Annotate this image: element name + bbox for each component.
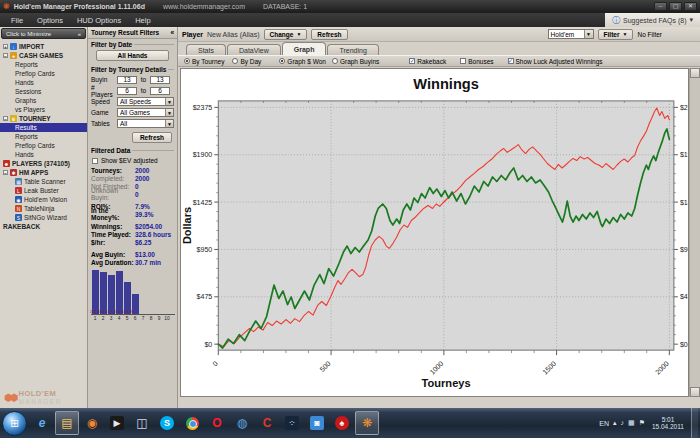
sidebar-item-label: Graphs — [15, 97, 36, 104]
sidebar-item-sitngo-wizard[interactable]: SSitNGo Wizard — [0, 213, 87, 222]
sidebar-item-tourney[interactable]: −♛TOURNEY — [0, 114, 87, 123]
action-center-flag-icon[interactable]: ⚑ — [639, 419, 645, 427]
teamviewer-monitor-icon[interactable]: ◫ — [130, 411, 154, 435]
expander-icon[interactable]: − — [3, 53, 8, 58]
start-button[interactable]: ⊞ — [2, 411, 27, 436]
minimize-button[interactable]: – — [654, 2, 667, 11]
skype-icon[interactable]: S — [155, 411, 179, 435]
language-indicator[interactable]: EN — [599, 420, 609, 427]
chrome-icon[interactable] — [180, 411, 204, 435]
maximize-button[interactable]: ▢ — [669, 2, 682, 11]
media-player-icon[interactable]: ▶ — [105, 411, 129, 435]
sidebar-item-tourney-hands[interactable]: Hands — [0, 150, 87, 159]
sidebar-item-cash-graphs[interactable]: Graphs — [0, 96, 87, 105]
click-to-minimize-button[interactable]: Click to Minimize « — [1, 28, 86, 39]
refresh-player-button[interactable]: Refresh — [311, 29, 347, 40]
y-tick-label: $2375 — [193, 104, 213, 111]
option-graph-buyins[interactable]: Graph Buyins — [332, 58, 379, 65]
game-select[interactable]: All Games▼ — [117, 108, 174, 117]
y-axis-label: Dollars — [181, 207, 193, 244]
tab-trending[interactable]: Trending — [327, 44, 378, 55]
info-icon: ⓘ — [612, 15, 620, 26]
sidebar-item-hm-apps[interactable]: −✱HM APPS — [0, 168, 87, 177]
comodo-icon[interactable]: C — [255, 411, 279, 435]
messenger-icon[interactable]: ◙ — [305, 411, 329, 435]
suggested-faqs-button[interactable]: ⓘ Suggested FAQs (8) ▾ — [605, 13, 700, 27]
sidebar-item-cash-reports[interactable]: Reports — [0, 60, 87, 69]
sidebar-item-label: RAKEBACK — [3, 223, 40, 230]
sidebar-item-tourney-results[interactable]: Results — [0, 123, 87, 132]
scroll-up-button[interactable] — [690, 68, 700, 78]
menu-hud-options[interactable]: HUD Options — [70, 16, 128, 25]
sidebar-item-cash-hands[interactable]: Hands — [0, 78, 87, 87]
show-ev-adjusted-checkbox[interactable] — [92, 158, 98, 164]
sidebar-item-cash-preflop-cards[interactable]: Preflop Cards — [0, 69, 87, 78]
x-tick-label: 0 — [211, 360, 219, 368]
sidebar-item-cash-vs-players[interactable]: vs Players — [0, 105, 87, 114]
sidebar-item-players[interactable]: ☻PLAYERS (374105) — [0, 159, 87, 168]
option-graph-won[interactable]: Graph $ Won — [279, 58, 326, 65]
sidebar-item-tourney-reports[interactable]: Reports — [0, 132, 87, 141]
volume-icon[interactable]: ♪ — [621, 419, 625, 427]
sidebar-item-cash-games[interactable]: −♠CASH GAMES — [0, 51, 87, 60]
browser-globe-icon[interactable]: ◍ — [230, 411, 254, 435]
players-to-input[interactable] — [150, 87, 170, 95]
tables-select[interactable]: All▼ — [117, 119, 174, 128]
scroll-down-button[interactable] — [690, 387, 700, 397]
tab-dataview[interactable]: DataView — [227, 44, 281, 55]
internet-explorer-icon[interactable]: e — [30, 411, 54, 435]
option-bonuses[interactable]: Bonuses — [460, 58, 493, 65]
finish-position-histogram: 20.119.117.719.514.49.312345678910 — [91, 269, 175, 321]
histogram-value-label: 14.4 — [122, 311, 128, 314]
option-rakeback[interactable]: ✓Rakeback — [409, 58, 446, 65]
opera-icon[interactable]: O — [205, 411, 229, 435]
kmplayer-icon[interactable]: ◉ — [80, 411, 104, 435]
expander-icon[interactable]: − — [3, 170, 8, 175]
menu-options[interactable]: Options — [30, 16, 70, 25]
panel-collapse-icon[interactable]: « — [170, 29, 174, 36]
menu-file[interactable]: File — [4, 16, 30, 25]
show-desktop-button[interactable] — [691, 408, 698, 438]
expander-icon[interactable]: + — [3, 44, 8, 49]
tab-graph[interactable]: Graph — [282, 42, 327, 55]
close-button[interactable]: ✕ — [684, 2, 697, 11]
sidebar-item-label: TOURNEY — [19, 115, 51, 122]
filter-button[interactable]: Filter▼ — [598, 29, 634, 40]
sidebar-item-import[interactable]: +↓IMPORT — [0, 42, 87, 51]
change-player-button[interactable]: Change▼ — [264, 29, 308, 40]
refresh-filters-button[interactable]: Refresh — [132, 132, 172, 143]
tab-stats[interactable]: Stats — [186, 44, 226, 55]
network-icon[interactable]: ▦ — [628, 419, 635, 427]
pokerstars-icon[interactable]: ♠ — [330, 411, 354, 435]
sidebar-item-holdem-vision[interactable]: ◉Hold'em Vision — [0, 195, 87, 204]
tables-filter-row: Tables All▼ — [88, 118, 177, 129]
graph-options-row: By TourneyBy DayGraph $ WonGraph Buyins✓… — [178, 55, 700, 67]
taskbar-clock[interactable]: 5:01 15.04.2011 — [649, 416, 687, 431]
app-grid-icon[interactable]: ⁘ — [280, 411, 304, 435]
minimize-label: Click to Minimize — [6, 31, 51, 37]
sidebar-item-cash-sessions[interactable]: Sessions — [0, 87, 87, 96]
option-by-tourney[interactable]: By Tourney — [184, 58, 224, 65]
sidebar-item-table-scanner[interactable]: ▦Table Scanner — [0, 177, 87, 186]
y-tick-label-right: $950 — [680, 246, 688, 253]
option-by-day[interactable]: By Day — [232, 58, 261, 65]
sidebar-item-leak-buster[interactable]: LLeak Buster — [0, 186, 87, 195]
buyin-to-input[interactable] — [150, 76, 170, 84]
chart-scrollbar[interactable] — [689, 68, 700, 397]
sidebar-item-rakeback[interactable]: RAKEBACK — [0, 222, 87, 231]
tables-label: Tables — [91, 120, 115, 127]
game-type-select[interactable]: Hold'em▼ — [548, 29, 594, 39]
all-hands-button[interactable]: All Hands — [96, 50, 169, 61]
histogram-bar-slot: 20.1 — [91, 270, 99, 314]
speed-select[interactable]: All Speeds▼ — [117, 97, 174, 106]
option-show-luck-adjusted-winnings[interactable]: ✓Show Luck Adjusted Winnings — [508, 58, 603, 65]
windows-explorer-icon[interactable]: ▤ — [55, 411, 79, 435]
players-from-input[interactable] — [117, 87, 137, 95]
holdem-manager-icon[interactable]: ❋ — [355, 411, 379, 435]
hidden-icons-arrow-icon[interactable]: ▴ — [613, 419, 617, 427]
sidebar-item-tableninja[interactable]: NTableNinja — [0, 204, 87, 213]
menu-help[interactable]: Help — [128, 16, 157, 25]
sidebar-item-tourney-preflop-cards[interactable]: Preflop Cards — [0, 141, 87, 150]
buyin-from-input[interactable] — [117, 76, 137, 84]
expander-icon[interactable]: − — [3, 116, 8, 121]
